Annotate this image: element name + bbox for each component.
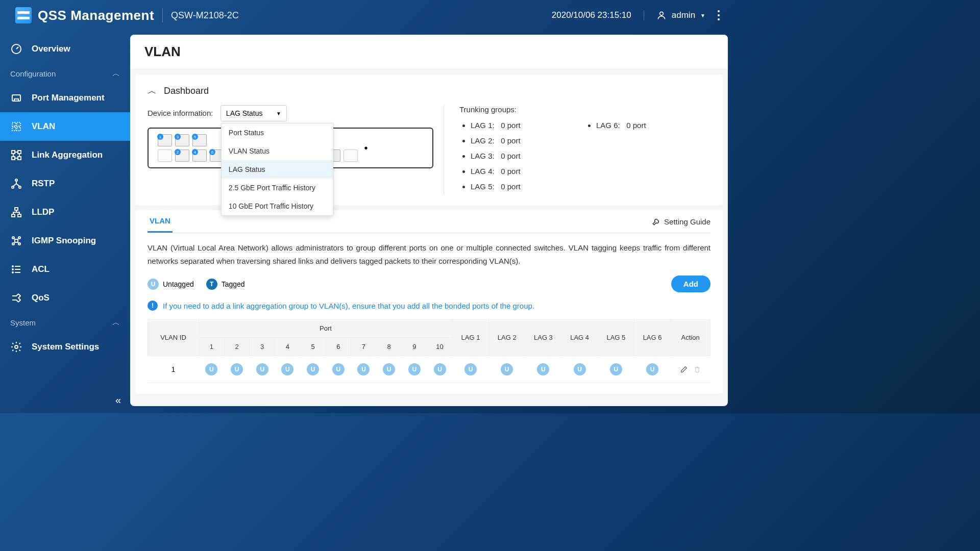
tree-icon <box>10 178 22 190</box>
qos-icon <box>10 292 22 304</box>
option-10gbe-history[interactable]: 10 GbE Port Traffic History <box>222 197 333 215</box>
port-tag-cell[interactable]: U <box>307 363 319 375</box>
add-vlan-button[interactable]: Add <box>671 276 710 292</box>
svg-point-25 <box>12 266 13 267</box>
sidebar-item-overview[interactable]: Overview <box>0 35 130 63</box>
svg-rect-9 <box>17 127 20 131</box>
svg-rect-8 <box>12 127 16 131</box>
sidebar-item-label: RSTP <box>32 179 55 189</box>
port-5[interactable]: 5 <box>192 134 207 146</box>
list-icon <box>10 263 22 276</box>
svg-point-16 <box>19 186 21 188</box>
device-info-dropdown: Port Status VLAN Status LAG Status 2.5 G… <box>221 123 333 216</box>
th-lag3: LAG 3 <box>525 319 561 356</box>
port-tag-cell[interactable]: U <box>464 363 477 375</box>
sidebar-item-rstp[interactable]: RSTP <box>0 169 130 198</box>
port-tag-cell[interactable]: U <box>537 363 549 375</box>
svg-rect-0 <box>17 11 30 14</box>
edit-icon[interactable] <box>680 365 688 373</box>
port-tag-cell[interactable]: U <box>281 363 293 375</box>
app-title: QSS Management <box>38 8 154 23</box>
svg-rect-5 <box>14 99 18 101</box>
sidebar-item-lldp[interactable]: LLDP <box>0 198 130 227</box>
tag-legend: UUntagged TTagged <box>148 279 245 290</box>
trash-icon[interactable] <box>693 365 701 373</box>
svg-point-26 <box>12 269 13 270</box>
port-slot <box>344 149 358 162</box>
option-lag-status[interactable]: LAG Status <box>222 160 333 179</box>
table-row: 1 U U U U U U U U U U U <box>148 356 710 383</box>
untagged-pill-icon: U <box>148 279 159 290</box>
sidebar-item-system-settings[interactable]: System Settings <box>0 333 130 361</box>
tagged-pill-icon: T <box>206 279 217 290</box>
sidebar-item-label: System Settings <box>32 342 99 352</box>
tagged-label: Tagged <box>222 280 245 288</box>
port-tag-cell[interactable]: U <box>646 363 658 375</box>
sidebar-item-label: IGMP Snooping <box>32 236 96 246</box>
sidebar-item-link-aggregation[interactable]: Link Aggregation <box>0 141 130 169</box>
port-3[interactable]: 3 <box>175 134 189 146</box>
tab-vlan[interactable]: VLAN <box>148 210 173 233</box>
port-2[interactable]: 2 <box>175 149 189 162</box>
sidebar-item-label: VLAN <box>32 121 55 132</box>
th-lag4: LAG 4 <box>561 319 598 356</box>
sidebar-item-vlan[interactable]: VLAN <box>0 112 130 141</box>
gear-icon <box>10 341 22 353</box>
svg-point-15 <box>12 186 14 188</box>
section-label: System <box>10 318 36 327</box>
sidebar-item-qos[interactable]: QoS <box>0 284 130 312</box>
section-system[interactable]: System ︿ <box>0 312 130 333</box>
sidebar-item-label: Port Management <box>32 93 105 103</box>
port-tag-cell[interactable]: U <box>231 363 243 375</box>
app-logo <box>15 7 32 23</box>
port-tag-cell[interactable]: U <box>501 363 513 375</box>
option-port-status[interactable]: Port Status <box>222 123 333 142</box>
header: QSS Management QSW-M2108-2C 2020/10/06 2… <box>0 0 735 31</box>
svg-rect-6 <box>12 122 16 126</box>
port-tag-cell[interactable]: U <box>383 363 395 375</box>
select-value: LAG Status <box>226 109 263 117</box>
svg-rect-24 <box>15 239 18 242</box>
option-vlan-status[interactable]: VLAN Status <box>222 142 333 160</box>
trunk-list-right: LAG 6: 0 port <box>585 118 710 133</box>
port-tag-cell[interactable]: U <box>205 363 217 375</box>
svg-rect-1 <box>17 17 30 19</box>
sidebar-item-port-management[interactable]: Port Management <box>0 84 130 112</box>
device-info-select[interactable]: LAG Status ▼ Port Status VLAN Status LAG… <box>220 105 287 121</box>
device-info-label: Device information: <box>148 109 213 117</box>
port-4[interactable]: 4 <box>192 149 207 162</box>
dashboard-card: ︿ Dashboard Device information: LAG Stat… <box>135 74 723 205</box>
svg-rect-11 <box>18 151 21 154</box>
user-menu[interactable]: admin ▼ <box>644 10 705 20</box>
port-1[interactable]: 1 <box>158 134 172 146</box>
port-tag-cell[interactable]: U <box>256 363 268 375</box>
setting-guide-link[interactable]: Setting Guide <box>652 217 710 226</box>
port-slot <box>158 149 172 162</box>
port-tag-cell[interactable]: U <box>434 363 446 375</box>
option-25gbe-history[interactable]: 2.5 GbE Port Traffic History <box>222 179 333 197</box>
username: admin <box>672 10 695 20</box>
sidebar-item-acl[interactable]: ACL <box>0 255 130 284</box>
dashboard-label: Dashboard <box>164 86 209 96</box>
chevron-down-icon: ▼ <box>276 111 281 116</box>
sidebar-item-label: ACL <box>32 264 50 274</box>
dashboard-toggle[interactable]: ︿ Dashboard <box>148 85 710 97</box>
section-configuration[interactable]: Configuration ︿ <box>0 63 130 84</box>
th-lag5: LAG 5 <box>598 319 634 356</box>
sidebar-collapse[interactable]: « <box>115 394 121 406</box>
port-tag-cell[interactable]: U <box>332 363 345 375</box>
th-port: Port <box>199 319 453 338</box>
svg-point-20 <box>12 237 14 239</box>
vlan-card: VLAN Setting Guide VLAN (Virtual Local A… <box>135 210 723 393</box>
port-tag-cell[interactable]: U <box>574 363 586 375</box>
section-label: Configuration <box>10 69 56 78</box>
svg-point-14 <box>15 179 17 181</box>
svg-point-22 <box>12 243 14 245</box>
kebab-menu[interactable] <box>718 10 720 20</box>
port-tag-cell[interactable]: U <box>357 363 370 375</box>
port-tag-cell[interactable]: U <box>610 363 622 375</box>
sidebar-item-igmp[interactable]: IGMP Snooping <box>0 227 130 255</box>
svg-rect-7 <box>17 122 20 126</box>
info-message: ! If you need to add a link aggregation … <box>148 300 710 311</box>
port-tag-cell[interactable]: U <box>408 363 421 375</box>
